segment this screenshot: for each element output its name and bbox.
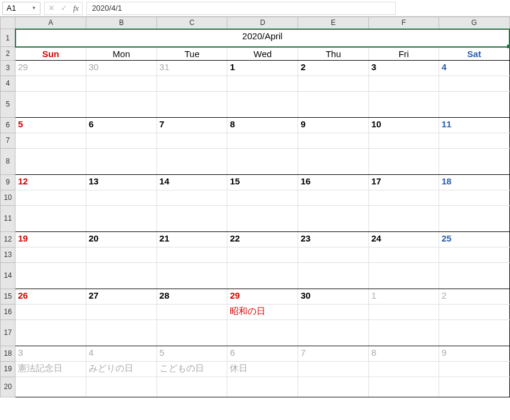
day-cell[interactable]: 9 [439, 346, 509, 361]
day-cell[interactable]: 15 [227, 174, 298, 190]
col-header[interactable]: B [86, 17, 157, 29]
event-cell[interactable] [15, 304, 86, 319]
day-cell[interactable]: 8 [368, 346, 439, 361]
day-cell[interactable]: 16 [298, 174, 369, 190]
spacer-cell[interactable] [439, 262, 509, 289]
spacer-cell[interactable] [157, 319, 227, 346]
day-cell[interactable]: 8 [227, 117, 298, 133]
event-cell[interactable] [15, 190, 86, 205]
row-header[interactable]: 2 [1, 47, 15, 61]
day-cell[interactable]: 1 [368, 289, 439, 304]
day-header-thu[interactable]: Thu [298, 47, 369, 61]
spacer-cell[interactable] [157, 91, 227, 117]
spacer-cell[interactable] [298, 148, 369, 174]
select-all-corner[interactable] [1, 17, 15, 29]
event-cell[interactable] [368, 190, 439, 205]
spacer-cell[interactable] [15, 148, 86, 174]
spacer-cell[interactable] [368, 91, 439, 117]
spacer-cell[interactable] [227, 262, 298, 289]
event-cell[interactable] [298, 247, 369, 262]
event-cell[interactable] [368, 133, 439, 148]
event-cell[interactable]: 休日 [227, 361, 298, 377]
day-cell[interactable]: 2 [298, 60, 369, 76]
event-cell[interactable] [368, 247, 439, 262]
day-cell[interactable]: 14 [157, 174, 227, 190]
event-cell[interactable]: 憲法記念日 [15, 361, 86, 377]
spacer-cell[interactable] [368, 319, 439, 346]
spacer-cell[interactable] [227, 148, 298, 174]
row-header[interactable]: 19 [1, 361, 15, 377]
day-cell[interactable]: 11 [439, 117, 509, 133]
day-cell[interactable]: 1 [227, 60, 298, 76]
spacer-cell[interactable] [368, 205, 439, 231]
event-cell[interactable] [15, 76, 86, 91]
spacer-cell[interactable] [157, 377, 227, 397]
event-cell[interactable] [368, 361, 439, 377]
day-cell[interactable]: 29 [227, 289, 298, 304]
event-cell[interactable] [439, 304, 509, 319]
event-cell[interactable] [157, 133, 227, 148]
day-header-sat[interactable]: Sat [439, 47, 509, 61]
event-cell[interactable] [157, 76, 227, 91]
event-cell[interactable] [86, 247, 157, 262]
day-cell[interactable]: 17 [368, 174, 439, 190]
spacer-cell[interactable] [298, 377, 369, 397]
event-cell[interactable] [439, 190, 509, 205]
event-cell[interactable]: 昭和の日 [227, 304, 298, 319]
event-cell[interactable] [298, 361, 369, 377]
row-header[interactable]: 18 [1, 346, 15, 361]
event-cell[interactable] [439, 361, 509, 377]
event-cell[interactable]: みどりの日 [86, 361, 157, 377]
col-header[interactable]: G [439, 17, 509, 29]
spacer-cell[interactable] [298, 262, 369, 289]
day-header-tue[interactable]: Tue [157, 47, 227, 61]
spacer-cell[interactable] [15, 262, 86, 289]
day-cell[interactable]: 2 [439, 289, 509, 304]
day-cell[interactable]: 3 [15, 346, 86, 361]
day-cell[interactable]: 27 [86, 289, 157, 304]
event-cell[interactable] [439, 133, 509, 148]
day-header-mon[interactable]: Mon [86, 47, 157, 61]
row-header[interactable]: 9 [1, 174, 15, 190]
event-cell[interactable] [298, 190, 369, 205]
spacer-cell[interactable] [86, 91, 157, 117]
row-header[interactable]: 11 [1, 205, 15, 231]
row-header[interactable]: 4 [1, 76, 15, 91]
row-header[interactable]: 3 [1, 60, 15, 76]
event-cell[interactable] [227, 247, 298, 262]
spacer-cell[interactable] [15, 91, 86, 117]
col-header[interactable]: C [157, 17, 227, 29]
spacer-cell[interactable] [86, 148, 157, 174]
spacer-cell[interactable] [439, 148, 509, 174]
col-header[interactable]: D [227, 17, 298, 29]
day-header-fri[interactable]: Fri [368, 47, 439, 61]
row-header[interactable]: 8 [1, 148, 15, 174]
spacer-cell[interactable] [439, 205, 509, 231]
row-header[interactable]: 7 [1, 133, 15, 148]
spacer-cell[interactable] [227, 319, 298, 346]
spacer-cell[interactable] [157, 205, 227, 231]
event-cell[interactable] [227, 76, 298, 91]
formula-input[interactable]: 2020/4/1 [86, 2, 396, 15]
spacer-cell[interactable] [157, 148, 227, 174]
col-header[interactable]: F [368, 17, 439, 29]
spacer-cell[interactable] [86, 377, 157, 397]
event-cell[interactable] [368, 304, 439, 319]
cancel-icon[interactable]: ✕ [48, 4, 55, 12]
spacer-cell[interactable] [86, 319, 157, 346]
day-header-sun[interactable]: Sun [15, 47, 86, 61]
day-cell[interactable]: 25 [439, 231, 509, 247]
spacer-cell[interactable] [157, 262, 227, 289]
spacer-cell[interactable] [368, 148, 439, 174]
day-cell[interactable]: 24 [368, 231, 439, 247]
event-cell[interactable] [15, 133, 86, 148]
day-cell[interactable]: 3 [368, 60, 439, 76]
fx-icon[interactable]: fx [73, 4, 79, 13]
row-header[interactable]: 5 [1, 91, 15, 117]
day-cell[interactable]: 18 [439, 174, 509, 190]
row-header[interactable]: 15 [1, 289, 15, 304]
spacer-cell[interactable] [227, 377, 298, 397]
row-header[interactable]: 1 [1, 29, 15, 47]
event-cell[interactable] [86, 133, 157, 148]
event-cell[interactable] [227, 190, 298, 205]
